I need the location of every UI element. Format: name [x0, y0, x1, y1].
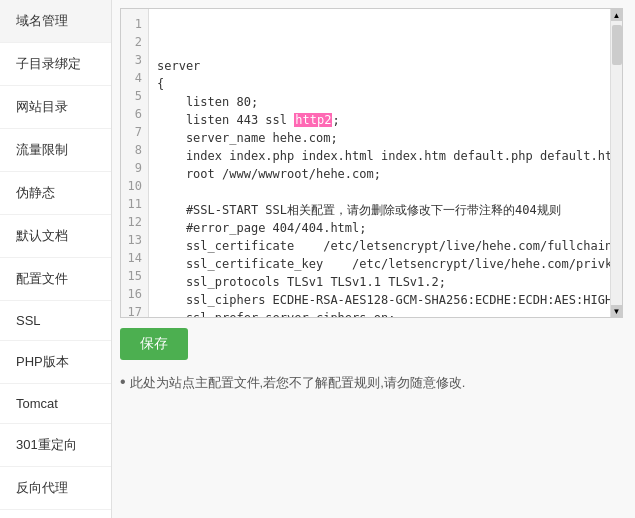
code-line-5: server_name hehe.com; [157, 129, 602, 147]
line-number-12: 12 [121, 213, 148, 231]
line-numbers: 123456789101112131415161718 [121, 9, 149, 317]
sidebar-item-reverse-proxy[interactable]: 反向代理 [0, 467, 111, 510]
scroll-y-thumb[interactable] [612, 25, 622, 65]
line-number-13: 13 [121, 231, 148, 249]
code-line-6: index index.php index.html index.htm def… [157, 147, 602, 165]
sidebar-item-pseudo-static[interactable]: 伪静态 [0, 172, 111, 215]
line-number-4: 4 [121, 69, 148, 87]
sidebar-item-domain-management[interactable]: 域名管理 [0, 0, 111, 43]
code-line-4: listen 443 ssl http2; [157, 111, 602, 129]
scroll-y-track[interactable] [611, 21, 623, 305]
http2-highlight: http2 [294, 113, 332, 127]
save-button-area: 保存 [120, 328, 623, 360]
main-content: 123456789101112131415161718 server{ list… [112, 0, 635, 518]
line-number-2: 2 [121, 33, 148, 51]
note-text: 此处为站点主配置文件,若您不了解配置规则,请勿随意修改. [130, 374, 466, 392]
line-number-7: 7 [121, 123, 148, 141]
code-content[interactable]: server{ listen 80; listen 443 ssl http2;… [149, 9, 610, 317]
line-number-9: 9 [121, 159, 148, 177]
sidebar: 域名管理子目录绑定网站目录流量限制伪静态默认文档配置文件SSLPHP版本Tomc… [0, 0, 112, 518]
code-line-7: root /www/wwwroot/hehe.com; [157, 165, 602, 183]
code-line-11: ssl_certificate /etc/letsencrypt/live/he… [157, 237, 602, 255]
vertical-scrollbar[interactable]: ▲ ▼ [610, 9, 622, 317]
line-number-5: 5 [121, 87, 148, 105]
sidebar-item-ssl[interactable]: SSL [0, 301, 111, 341]
code-line-9: #SSL-START SSL相关配置，请勿删除或修改下一行带注释的404规则 [157, 201, 602, 219]
line-number-14: 14 [121, 249, 148, 267]
note-area: • 此处为站点主配置文件,若您不了解配置规则,请勿随意修改. [120, 374, 623, 392]
scroll-down-arrow[interactable]: ▼ [611, 305, 623, 317]
line-number-17: 17 [121, 303, 148, 317]
save-button[interactable]: 保存 [120, 328, 188, 360]
sidebar-item-subdir-binding[interactable]: 子目录绑定 [0, 43, 111, 86]
code-line-14: ssl_ciphers ECDHE-RSA-AES128-GCM-SHA256:… [157, 291, 602, 309]
code-line-12: ssl_certificate_key /etc/letsencrypt/liv… [157, 255, 602, 273]
sidebar-item-default-doc[interactable]: 默认文档 [0, 215, 111, 258]
sidebar-item-website-dir[interactable]: 网站目录 [0, 86, 111, 129]
line-number-15: 15 [121, 267, 148, 285]
code-line-8 [157, 183, 602, 201]
line-number-8: 8 [121, 141, 148, 159]
code-line-2: { [157, 75, 602, 93]
sidebar-item-tomcat[interactable]: Tomcat [0, 384, 111, 424]
line-number-1: 1 [121, 15, 148, 33]
line-number-11: 11 [121, 195, 148, 213]
line-number-6: 6 [121, 105, 148, 123]
code-line-13: ssl_protocols TLSv1 TLSv1.1 TLSv1.2; [157, 273, 602, 291]
code-editor[interactable]: 123456789101112131415161718 server{ list… [120, 8, 623, 318]
code-line-1: server [157, 57, 602, 75]
note-bullet: • [120, 374, 126, 390]
sidebar-item-risk-scan[interactable]: 风险扫描 [0, 510, 111, 518]
sidebar-item-config-file[interactable]: 配置文件 [0, 258, 111, 301]
line-number-16: 16 [121, 285, 148, 303]
line-number-3: 3 [121, 51, 148, 69]
code-line-10: #error_page 404/404.html; [157, 219, 602, 237]
sidebar-item-redirect-301[interactable]: 301重定向 [0, 424, 111, 467]
scroll-up-arrow[interactable]: ▲ [611, 9, 623, 21]
code-line-15: ssl_prefer_server_ciphers on; [157, 309, 602, 317]
code-line-3: listen 80; [157, 93, 602, 111]
sidebar-item-php-version[interactable]: PHP版本 [0, 341, 111, 384]
line-number-10: 10 [121, 177, 148, 195]
sidebar-item-traffic-limit[interactable]: 流量限制 [0, 129, 111, 172]
